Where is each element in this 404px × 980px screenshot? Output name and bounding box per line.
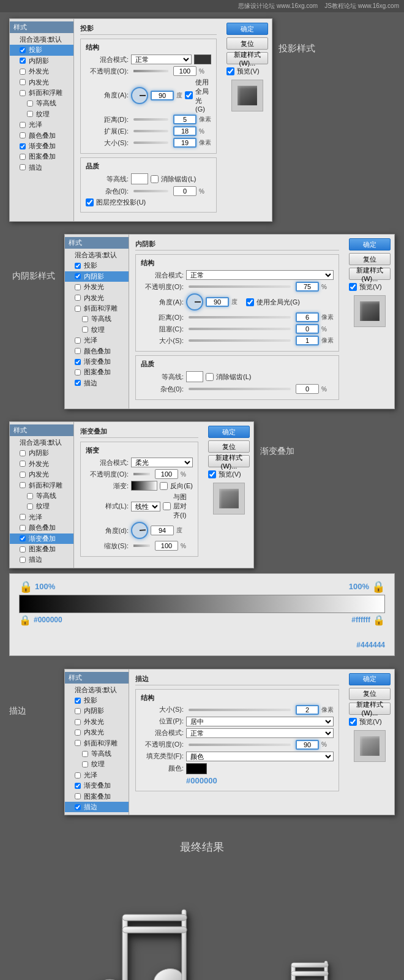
opacity-slider-4[interactable] [189, 744, 291, 746]
color-swatch-4[interactable] [186, 763, 207, 774]
reverse-cb[interactable] [160, 482, 168, 490]
style-item-mixed-2[interactable]: 混合选项:默认 [65, 250, 129, 260]
noise-slider-1[interactable] [133, 190, 168, 192]
stroke-size-input[interactable] [296, 705, 319, 715]
opacity-input-2[interactable] [296, 282, 319, 292]
style-item-inner-glow-3[interactable]: 内发光 [10, 469, 73, 480]
style-item-contour[interactable]: 等高线 [10, 98, 73, 108]
style-item-texture[interactable]: 纹理 [10, 109, 73, 119]
style-item-bevel-3[interactable]: 斜面和浮雕 [10, 480, 73, 491]
distance-slider-2[interactable] [189, 316, 291, 318]
style-item-stroke-3[interactable]: 描边 [10, 554, 73, 565]
angle-input-2[interactable] [206, 297, 229, 307]
style-item-outer-4[interactable]: 外发光 [65, 717, 129, 727]
style-item-color-overlay[interactable]: 颜色叠加 [10, 130, 73, 141]
distance-input-2[interactable] [296, 312, 319, 322]
spread-slider-1[interactable] [133, 130, 168, 132]
spread-input-1[interactable] [173, 126, 196, 136]
opacity-input-1[interactable] [173, 66, 196, 76]
style-item-satin-3[interactable]: 光泽 [10, 512, 73, 522]
noise-input-2[interactable] [296, 384, 319, 394]
new-style-btn-3[interactable]: 新建样式(W)... [208, 455, 250, 467]
style-item-bevel-2[interactable]: 斜面和浮雕 [65, 303, 129, 314]
distance-input-1[interactable] [173, 115, 196, 124]
style-item-color-3[interactable]: 颜色叠加 [10, 522, 73, 533]
reset-btn-3[interactable]: 复位 [208, 440, 250, 453]
gradient-preview[interactable] [131, 481, 157, 491]
style-item-contour-2[interactable]: 等高线 [65, 314, 129, 324]
align-cb[interactable] [163, 502, 171, 510]
reset-btn-1[interactable]: 复位 [226, 37, 268, 50]
ok-btn-3[interactable]: 确定 [208, 426, 250, 438]
style-item-mixed-options[interactable]: 混合选项:默认 [10, 34, 73, 45]
angle-dial-2[interactable] [186, 293, 203, 311]
noise-slider-2[interactable] [189, 388, 291, 390]
style-item-drop-2[interactable]: 投影 [65, 260, 129, 271]
blend-select-4[interactable]: 正常 [186, 728, 334, 738]
distance-slider-1[interactable] [133, 118, 168, 121]
ok-btn-4[interactable]: 确定 [349, 673, 391, 685]
opacity-slider-3[interactable] [133, 473, 150, 475]
blend-color-swatch-1[interactable] [194, 55, 211, 64]
style-item-inner-glow[interactable]: 内发光 [10, 77, 73, 88]
preview-cb-1[interactable] [226, 67, 234, 75]
preview-cb-2[interactable] [349, 283, 357, 291]
style-item-contour-4[interactable]: 等高线 [65, 748, 129, 759]
style-item-stroke[interactable]: 描边 [10, 162, 73, 173]
angle-dial-3[interactable] [131, 522, 148, 539]
style-item-mixed-3[interactable]: 混合选项:默认 [10, 437, 73, 448]
opacity-slider-1[interactable] [133, 70, 168, 72]
noise-input-1[interactable] [173, 186, 196, 196]
style-item-inner-glow-2[interactable]: 内发光 [65, 293, 129, 303]
style-item-outer-glow[interactable]: 外发光 [10, 66, 73, 77]
style-item-gradient-3[interactable]: 渐变叠加 [10, 533, 73, 544]
size-input-2[interactable] [296, 336, 319, 345]
ok-btn-2[interactable]: 确定 [349, 238, 391, 251]
style-item-texture-2[interactable]: 纹理 [65, 325, 129, 335]
style-item-bevel[interactable]: 斜面和浮雕 [10, 88, 73, 98]
style-item-bevel-4[interactable]: 斜面和浮雕 [65, 738, 129, 748]
layer-shadow-cb[interactable] [86, 198, 94, 206]
use-global-light-1[interactable] [185, 91, 193, 99]
style-item-gradient-4[interactable]: 渐变叠加 [65, 780, 129, 791]
size-slider-1[interactable] [133, 141, 168, 144]
style-item-pattern-3[interactable]: 图案叠加 [10, 544, 73, 554]
style-item-gradient-2[interactable]: 渐变叠加 [65, 356, 129, 367]
style-item-inner-shadow[interactable]: 内阴影 [10, 56, 73, 66]
style-item-mixed-4[interactable]: 混合选项:默认 [65, 685, 129, 695]
contour-preview-1[interactable] [131, 173, 148, 184]
style-item-drop-shadow[interactable]: 投影 [10, 45, 73, 55]
style-item-color-2[interactable]: 颜色叠加 [65, 346, 129, 356]
style-item-inner-2[interactable]: 内阴影 [65, 271, 129, 282]
reset-btn-2[interactable]: 复位 [349, 253, 391, 265]
style-item-texture-4[interactable]: 纹理 [65, 759, 129, 769]
scale-input[interactable] [155, 541, 178, 551]
main-gradient-bar[interactable] [19, 595, 385, 613]
angle-input-1[interactable] [151, 91, 174, 100]
position-select[interactable]: 居中 [186, 717, 334, 726]
antialias-cb-1[interactable] [151, 175, 159, 183]
new-style-btn-4[interactable]: 新建样式(W)... [349, 703, 391, 715]
style-item-pattern-2[interactable]: 图案叠加 [65, 367, 129, 377]
style-item-stroke-2[interactable]: 描边 [65, 378, 129, 388]
use-global-2[interactable] [246, 298, 254, 306]
scale-slider[interactable] [133, 545, 150, 547]
new-style-btn-2[interactable]: 新建样式(W)... [349, 268, 391, 280]
style-select-3[interactable]: 线性 [131, 502, 160, 511]
style-item-inner-4[interactable]: 内阴影 [65, 706, 129, 716]
style-item-gradient-overlay[interactable]: 渐变叠加 [10, 141, 73, 151]
style-item-stroke-4[interactable]: 描边 [65, 802, 129, 812]
choke-input[interactable] [296, 324, 319, 334]
stroke-size-slider[interactable] [189, 709, 291, 711]
style-item-satin-4[interactable]: 光泽 [65, 770, 129, 780]
style-item-satin[interactable]: 光泽 [10, 119, 73, 130]
style-item-satin-2[interactable]: 光泽 [65, 335, 129, 345]
style-item-drop-4[interactable]: 投影 [65, 695, 129, 706]
size-input-1[interactable] [173, 138, 196, 148]
ok-btn-1[interactable]: 确定 [226, 23, 268, 35]
size-slider-2[interactable] [189, 339, 291, 342]
blend-select-2[interactable]: 正常 [186, 270, 334, 280]
style-item-drop-3[interactable]: 内阴影 [10, 448, 73, 458]
style-item-pattern-4[interactable]: 图案叠加 [65, 791, 129, 802]
opacity-slider-2[interactable] [189, 285, 291, 288]
